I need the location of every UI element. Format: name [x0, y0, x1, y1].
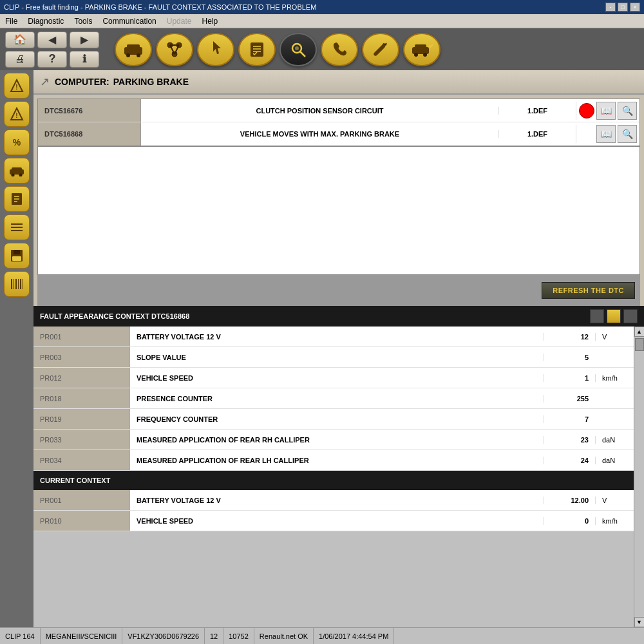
svg-rect-40: [18, 279, 19, 289]
table-row: DTC516868 VEHICLE MOVES WITH MAX. PARKIN…: [38, 122, 639, 146]
menu-help[interactable]: Help: [199, 16, 220, 26]
dtc-desc-2: VEHICLE MOVES WITH MAX. PARKING BRAKE: [141, 130, 498, 138]
fault-header-controls: [590, 309, 638, 323]
status-vin: VF1KZY306D0679226: [122, 628, 205, 644]
print-button[interactable]: 🖨: [5, 51, 35, 68]
svg-text:!: !: [15, 84, 17, 91]
status-network: Renault.net OK: [254, 628, 314, 644]
svg-rect-35: [14, 250, 20, 254]
ft-val-3: 255: [544, 395, 595, 402]
toolbar-icons: [115, 33, 440, 66]
cc-desc-1: VEHICLE SPEED: [130, 517, 544, 525]
dtc-red-dot-1: [579, 103, 594, 118]
sidebar-car[interactable]: [4, 158, 30, 184]
cc-code-1: PR010: [33, 511, 130, 531]
svg-rect-42: [23, 279, 23, 289]
toolbar-icon-car-check[interactable]: [403, 33, 440, 66]
svg-point-2: [126, 53, 130, 57]
sidebar-list[interactable]: [4, 214, 30, 240]
back-button[interactable]: ◀: [37, 32, 67, 48]
ft-code-5: PR033: [33, 430, 130, 450]
svg-point-3: [137, 53, 140, 57]
ft-desc-1: SLOPE VALUE: [130, 354, 544, 361]
info-button[interactable]: ℹ: [70, 51, 99, 68]
toolbar-icon-search-diag[interactable]: [279, 33, 317, 66]
dtc-zoom-btn-2[interactable]: 🔍: [618, 125, 637, 143]
scrollbar[interactable]: ▲ ▼: [634, 327, 644, 627]
cc-code-0: PR001: [33, 490, 130, 510]
close-button[interactable]: ×: [630, 3, 640, 12]
ft-desc-4: FREQUENCY COUNTER: [130, 415, 544, 423]
sidebar-warning2[interactable]: !: [4, 101, 30, 127]
help-button[interactable]: ?: [37, 51, 67, 68]
toolbar-icon-wrench[interactable]: [362, 33, 399, 66]
empty-content-area: [37, 146, 640, 275]
table-row: PR019 FREQUENCY COUNTER 7: [33, 409, 634, 430]
toolbar-icon-car-diag[interactable]: [115, 33, 152, 66]
menu-file[interactable]: File: [3, 16, 20, 26]
table-row: DTC516676 CLUTCH POSITION SENSOR CIRCUIT…: [38, 99, 639, 122]
maximize-button[interactable]: □: [618, 3, 628, 12]
status-number1: 12: [205, 628, 223, 644]
current-context-table: PR001 BATTERY VOLTAGE 12 V 12.00 V PR010…: [33, 490, 634, 531]
scroll-thumb[interactable]: [635, 338, 644, 351]
ft-val-5: 23: [544, 436, 595, 444]
table-row: PR001 BATTERY VOLTAGE 12 V 12 V: [33, 327, 634, 347]
dtc-zoom-btn-1[interactable]: 🔍: [618, 102, 637, 120]
ft-unit-5: daN: [595, 436, 634, 444]
dtc-book-btn-2[interactable]: 📖: [596, 125, 616, 143]
current-context-header: CURRENT CONTEXT: [33, 471, 634, 490]
home-button[interactable]: 🏠: [5, 32, 35, 48]
fault-appearance-table: PR001 BATTERY VOLTAGE 12 V 12 V PR003 SL…: [33, 327, 634, 471]
sidebar-barcode[interactable]: [4, 271, 30, 297]
toolbar-row-1: 🏠 ◀ ▶: [5, 32, 99, 48]
fault-view-btn-2[interactable]: [607, 309, 621, 323]
dtc-book-btn-1[interactable]: 📖: [596, 102, 616, 120]
ft-val-4: 7: [544, 415, 595, 423]
svg-rect-10: [251, 43, 263, 57]
dtc-code-2: DTC516868: [38, 122, 141, 146]
minimize-button[interactable]: -: [605, 3, 616, 12]
toolbar-icon-phone[interactable]: [321, 33, 358, 66]
menu-communication[interactable]: Communication: [100, 16, 158, 26]
sidebar-save[interactable]: [4, 243, 30, 269]
fault-view-btn-3[interactable]: [623, 309, 638, 323]
ft-desc-3: PRESENCE COUNTER: [130, 395, 544, 402]
toolbar-icon-touch[interactable]: [197, 33, 234, 66]
menu-tools[interactable]: Tools: [71, 16, 95, 26]
status-vehicle: MEGANEIII/SCENICIII: [41, 628, 123, 644]
computer-header: ↗ COMPUTER: PARKING BRAKE: [33, 70, 644, 95]
nav-indicator: ↗: [40, 75, 50, 89]
cc-desc-0: BATTERY VOLTAGE 12 V: [130, 497, 544, 504]
ft-desc-5: MEASURED APPLICATION OF REAR RH CALLIPER: [130, 436, 544, 444]
table-row: PR034 MEASURED APPLICATION OF REAR LH CA…: [33, 450, 634, 471]
menu-diagnostic[interactable]: Diagnostic: [25, 16, 66, 26]
fault-view-btn-1[interactable]: [590, 309, 604, 323]
sidebar-warning1[interactable]: !: [4, 73, 30, 99]
svg-point-19: [414, 53, 418, 57]
ft-desc-2: VEHICLE SPEED: [130, 374, 544, 382]
sidebar-percent[interactable]: %: [4, 129, 30, 155]
upper-section: DTC516676 CLUTCH POSITION SENSOR CIRCUIT…: [33, 95, 644, 306]
status-bar: CLIP 164 MEGANEIII/SCENICIII VF1KZY306D0…: [0, 627, 644, 644]
scroll-up-button[interactable]: ▲: [634, 327, 645, 337]
forward-button[interactable]: ▶: [70, 32, 99, 48]
dtc-desc-1: CLUTCH POSITION SENSOR CIRCUIT: [141, 107, 498, 115]
toolbar-nav-section: 🏠 ◀ ▶ 🖨 ? ℹ: [5, 32, 99, 68]
table-row: PR001 BATTERY VOLTAGE 12 V 12.00 V: [33, 490, 634, 511]
scroll-down-button[interactable]: ▼: [634, 617, 645, 627]
dtc-table: DTC516676 CLUTCH POSITION SENSOR CIRCUIT…: [37, 99, 640, 146]
menu-update: Update: [164, 16, 194, 26]
status-datetime: 1/06/2017 4:44:54 PM: [314, 628, 394, 644]
sidebar-book[interactable]: [4, 186, 30, 212]
toolbar-icon-checklist[interactable]: [238, 33, 276, 66]
sidebar: ! ! %: [0, 70, 33, 627]
ft-val-1: 5: [544, 354, 595, 361]
ft-val-0: 12: [544, 333, 595, 341]
title-controls: - □ ×: [605, 3, 640, 12]
toolbar-icon-transmission[interactable]: [156, 33, 193, 66]
ft-desc-6: MEASURED APPLICATION OF REAR LH CALLIPER: [130, 457, 544, 464]
dtc-actions-1: 📖 🔍: [576, 102, 639, 120]
fault-scroll-content: PR001 BATTERY VOLTAGE 12 V 12 V PR003 SL…: [33, 327, 634, 627]
refresh-dtc-button[interactable]: REFRESH THE DTC: [542, 282, 635, 299]
